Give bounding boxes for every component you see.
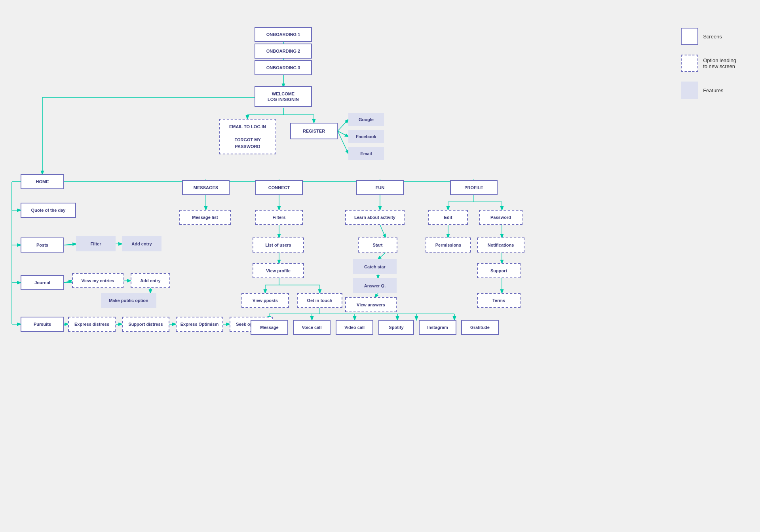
video-call-node: Video call — [336, 320, 373, 335]
google-node: Google — [348, 113, 384, 126]
view-pposts-node: View pposts — [241, 293, 289, 308]
onboarding2-node: ONBOARDING 2 — [255, 44, 312, 59]
instagram-node: Instagram — [419, 320, 456, 335]
legend-screens-label: Screens — [703, 34, 722, 40]
notifications-node: Notifications — [477, 238, 524, 253]
home-node: HOME — [21, 174, 64, 189]
spotify-node: Spotify — [378, 320, 414, 335]
svg-line-55 — [375, 293, 378, 297]
catch-star-node: Catch star — [353, 259, 397, 274]
onboarding3-node: ONBOARDING 3 — [255, 60, 312, 75]
edit-node: Edit — [428, 210, 468, 225]
legend: Screens Option leading to new screen Fea… — [681, 28, 736, 99]
facebook-node: Facebook — [348, 130, 384, 143]
permissions-node: Permissions — [426, 238, 471, 253]
pursuits-node: Pursuits — [21, 317, 64, 332]
welcome-node: WELCOMELOG IN/SIGNIN — [255, 86, 312, 107]
legend-features: Features — [681, 82, 736, 99]
quote-node: Quote of the day — [21, 203, 76, 218]
gratitude-node: Gratitude — [461, 320, 499, 335]
posts-node: Posts — [21, 238, 64, 253]
svg-line-52 — [380, 225, 386, 238]
diagram-container: ONBOARDING 1 ONBOARDING 2 ONBOARDING 3 W… — [0, 0, 760, 532]
filters-node: Filters — [255, 210, 303, 225]
learn-activity-node: Learn about activity — [345, 210, 405, 225]
view-answers-node: View answers — [345, 297, 397, 312]
message-list-node: Message list — [179, 210, 231, 225]
terms-node: Terms — [477, 293, 521, 308]
make-public-node: Make public option — [101, 293, 156, 308]
fun-node: FUN — [356, 180, 404, 195]
message-btn-node: Message — [251, 320, 288, 335]
legend-screens: Screens — [681, 28, 736, 45]
password-node: Password — [479, 210, 522, 225]
get-in-touch-node: Get in touch — [297, 293, 342, 308]
start-node: Start — [358, 238, 397, 253]
filter-posts-node: Filter — [76, 236, 116, 251]
express-optimism-node: Express Optimism — [176, 317, 223, 332]
svg-line-8 — [338, 120, 348, 131]
profile-node: PROFILE — [450, 180, 498, 195]
voice-call-node: Voice call — [293, 320, 331, 335]
legend-feature-icon — [681, 82, 698, 99]
legend-features-label: Features — [703, 87, 723, 93]
messages-node: MESSAGES — [182, 180, 230, 195]
onboarding1-node: ONBOARDING 1 — [255, 27, 312, 42]
svg-line-53 — [378, 253, 386, 259]
legend-option: Option leading to new screen — [681, 55, 736, 72]
register-node: REGISTER — [290, 123, 338, 139]
journal-node: Journal — [21, 275, 64, 290]
email-node: Email — [348, 147, 384, 160]
view-entries-node: View my entries — [72, 273, 124, 288]
view-profile-node: View profile — [253, 263, 304, 278]
add-entry-posts-node: Add entry — [122, 236, 162, 251]
list-users-node: List of users — [253, 238, 304, 253]
answer-q-node: Answer Q. — [353, 278, 397, 293]
legend-dashed-icon — [681, 55, 698, 72]
legend-option-label: Option leading to new screen — [703, 57, 736, 69]
express-distress-node: Express distress — [68, 317, 116, 332]
legend-solid-icon — [681, 28, 698, 45]
connect-node: CONNECT — [255, 180, 303, 195]
support-node: Support — [477, 263, 521, 278]
add-entry-journal-node: Add entry — [131, 273, 170, 288]
support-distress-node: Support distress — [122, 317, 169, 332]
email-login-node: EMAIL TO LOG INFORGOT MYPASSWORD — [219, 119, 276, 154]
svg-line-10 — [338, 131, 348, 154]
